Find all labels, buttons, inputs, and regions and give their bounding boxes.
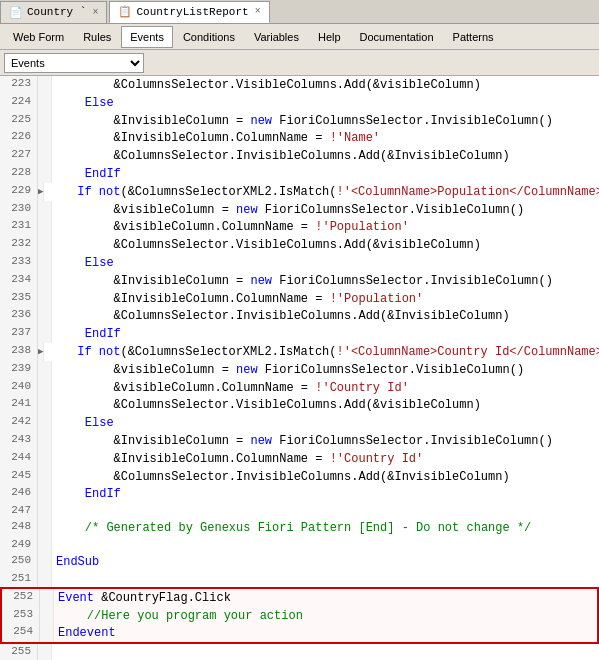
toolbar-documentation[interactable]: Documentation — [351, 26, 443, 48]
line-gutter-255 — [38, 644, 52, 660]
line-gutter-230 — [38, 201, 52, 219]
code-line-246: 246 EndIf — [0, 485, 599, 503]
line-content-240: &visibleColumn.ColumnName = !'Country Id… — [52, 379, 409, 397]
code-line-240: 240 &visibleColumn.ColumnName = !'Countr… — [0, 379, 599, 397]
code-line-238: 238▶ If not(&ColumnsSelectorXML2.IsMatch… — [0, 343, 599, 361]
line-number-250: 250 — [0, 553, 38, 571]
tab-countrylistreport[interactable]: 📋 CountryListReport × — [109, 1, 269, 23]
toolbar-rules[interactable]: Rules — [74, 26, 120, 48]
line-content-252: Event &CountryFlag.Click — [54, 589, 231, 607]
line-number-253: 253 — [2, 607, 40, 625]
code-line-251: 251 — [0, 571, 599, 587]
line-content-231: &visibleColumn.ColumnName = !'Population… — [52, 218, 409, 236]
line-number-232: 232 — [0, 236, 38, 254]
line-content-255 — [52, 644, 56, 660]
line-number-229: 229 — [0, 183, 38, 201]
code-line-235: 235 &InvisibleColumn.ColumnName = !'Popu… — [0, 290, 599, 308]
line-number-245: 245 — [0, 468, 38, 486]
line-number-227: 227 — [0, 147, 38, 165]
line-gutter-246 — [38, 485, 52, 503]
line-content-246: EndIf — [52, 485, 121, 503]
line-number-235: 235 — [0, 290, 38, 308]
code-line-225: 225 &InvisibleColumn = new FioriColumnsS… — [0, 112, 599, 130]
line-number-233: 233 — [0, 254, 38, 272]
code-line-237: 237 EndIf — [0, 325, 599, 343]
line-gutter-254 — [40, 624, 54, 642]
code-line-244: 244 &InvisibleColumn.ColumnName = !'Coun… — [0, 450, 599, 468]
toolbar-webform[interactable]: Web Form — [4, 26, 73, 48]
line-content-228: EndIf — [52, 165, 121, 183]
line-gutter-253 — [40, 607, 54, 625]
line-number-230: 230 — [0, 201, 38, 219]
line-number-241: 241 — [0, 396, 38, 414]
code-line-232: 232 &ColumnsSelector.VisibleColumns.Add(… — [0, 236, 599, 254]
toolbar-events[interactable]: Events — [121, 26, 173, 48]
line-gutter-245 — [38, 468, 52, 486]
line-gutter-232 — [38, 236, 52, 254]
code-line-243: 243 &InvisibleColumn = new FioriColumnsS… — [0, 432, 599, 450]
line-gutter-247 — [38, 503, 52, 519]
line-content-227: &ColumnsSelector.InvisibleColumns.Add(&I… — [52, 147, 510, 165]
line-content-239: &visibleColumn = new FioriColumnsSelecto… — [52, 361, 524, 379]
tab-country[interactable]: 📄 Country ` × — [0, 1, 107, 23]
code-line-229: 229▶ If not(&ColumnsSelectorXML2.IsMatch… — [0, 183, 599, 201]
line-content-238: If not(&ColumnsSelectorXML2.IsMatch(!'<C… — [44, 343, 599, 361]
events-dropdown[interactable]: Events — [4, 53, 144, 73]
line-number-224: 224 — [0, 94, 38, 112]
events-bar: Events — [0, 50, 599, 76]
line-number-240: 240 — [0, 379, 38, 397]
code-line-236: 236 &ColumnsSelector.InvisibleColumns.Ad… — [0, 307, 599, 325]
line-number-238: 238 — [0, 343, 38, 361]
line-content-254: Endevent — [54, 624, 116, 642]
line-number-236: 236 — [0, 307, 38, 325]
code-line-223: 223 &ColumnsSelector.VisibleColumns.Add(… — [0, 76, 599, 94]
line-content-250: EndSub — [52, 553, 99, 571]
tab-countrylistreport-close[interactable]: × — [255, 6, 261, 17]
toolbar-conditions[interactable]: Conditions — [174, 26, 244, 48]
code-line-239: 239 &visibleColumn = new FioriColumnsSel… — [0, 361, 599, 379]
line-number-246: 246 — [0, 485, 38, 503]
toolbar: Web Form Rules Events Conditions Variabl… — [0, 24, 599, 50]
line-gutter-240 — [38, 379, 52, 397]
line-number-247: 247 — [0, 503, 38, 519]
code-line-234: 234 &InvisibleColumn = new FioriColumnsS… — [0, 272, 599, 290]
line-number-242: 242 — [0, 414, 38, 432]
tab-countrylistreport-label: CountryListReport — [136, 6, 248, 18]
line-number-237: 237 — [0, 325, 38, 343]
line-content-234: &InvisibleColumn = new FioriColumnsSelec… — [52, 272, 553, 290]
line-number-225: 225 — [0, 112, 38, 130]
line-gutter-224 — [38, 94, 52, 112]
code-line-233: 233 Else — [0, 254, 599, 272]
line-gutter-239 — [38, 361, 52, 379]
line-number-249: 249 — [0, 537, 38, 553]
line-content-226: &InvisibleColumn.ColumnName = !'Name' — [52, 129, 380, 147]
line-gutter-243 — [38, 432, 52, 450]
line-number-248: 248 — [0, 519, 38, 537]
line-content-245: &ColumnsSelector.InvisibleColumns.Add(&I… — [52, 468, 510, 486]
line-gutter-237 — [38, 325, 52, 343]
fold-icon-238[interactable]: ▶ — [38, 346, 43, 357]
line-gutter-251 — [38, 571, 52, 587]
line-number-252: 252 — [2, 589, 40, 607]
line-content-242: Else — [52, 414, 114, 432]
line-content-241: &ColumnsSelector.VisibleColumns.Add(&vis… — [52, 396, 481, 414]
line-content-251 — [52, 571, 56, 587]
tab-country-close[interactable]: × — [92, 7, 98, 18]
line-content-248: /* Generated by Genexus Fiori Pattern [E… — [52, 519, 531, 537]
toolbar-variables[interactable]: Variables — [245, 26, 308, 48]
toolbar-patterns[interactable]: Patterns — [444, 26, 503, 48]
code-line-228: 228 EndIf — [0, 165, 599, 183]
line-number-234: 234 — [0, 272, 38, 290]
line-content-233: Else — [52, 254, 114, 272]
line-content-229: If not(&ColumnsSelectorXML2.IsMatch(!'<C… — [44, 183, 599, 201]
code-editor[interactable]: 223 &ColumnsSelector.VisibleColumns.Add(… — [0, 76, 599, 660]
line-gutter-227 — [38, 147, 52, 165]
line-gutter-234 — [38, 272, 52, 290]
line-gutter-225 — [38, 112, 52, 130]
line-content-237: EndIf — [52, 325, 121, 343]
toolbar-help[interactable]: Help — [309, 26, 350, 48]
code-line-252: 252Event &CountryFlag.Click — [0, 587, 599, 607]
fold-icon-229[interactable]: ▶ — [38, 186, 43, 197]
tab-bar: 📄 Country ` × 📋 CountryListReport × — [0, 0, 599, 24]
line-content-225: &InvisibleColumn = new FioriColumnsSelec… — [52, 112, 553, 130]
